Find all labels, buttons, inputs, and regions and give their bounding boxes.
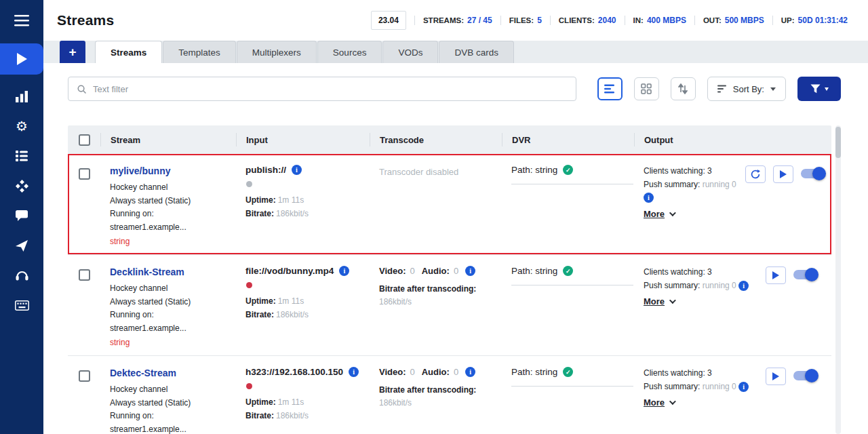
play-button[interactable] <box>773 165 793 183</box>
info-icon[interactable] <box>644 193 654 203</box>
tab-vods[interactable]: VODs <box>382 41 438 63</box>
add-stream-button[interactable] <box>60 41 85 63</box>
row-checkbox[interactable] <box>79 269 90 281</box>
stream-running-on: Running on: streamer1.example... <box>110 410 226 434</box>
more-link[interactable]: More <box>644 208 674 221</box>
row-checkbox[interactable] <box>79 370 90 382</box>
play-icon <box>780 170 787 178</box>
text-filter-input[interactable] <box>93 84 568 94</box>
dvr-path: Path: string <box>511 266 557 276</box>
sidebar-item-push[interactable] <box>0 231 43 260</box>
info-icon[interactable] <box>349 367 359 377</box>
stream-cell: Decklink-Stream Hockey channel Always st… <box>100 266 236 347</box>
sidebar-item-chat[interactable] <box>0 201 43 231</box>
bar-chart-icon <box>16 91 28 102</box>
more-link[interactable]: More <box>644 295 674 309</box>
top-bar: Streams 23.04 STREAMS:27 / 45 FILES:5 CL… <box>43 0 868 41</box>
grid-view-icon <box>641 83 652 94</box>
more-link[interactable]: More <box>644 396 674 410</box>
input-url: h323://192.168.100.150 <box>245 367 343 377</box>
enable-toggle[interactable] <box>793 270 816 279</box>
tab-multiplexers[interactable]: Multiplexers <box>237 41 317 63</box>
restart-button[interactable] <box>745 165 766 183</box>
info-icon[interactable] <box>738 382 749 392</box>
transcode-cell: Transcoder disabled <box>370 165 502 246</box>
sidebar-item-settings[interactable]: ⚙ <box>0 111 43 141</box>
play-button[interactable] <box>766 368 786 385</box>
column-header-input: Input <box>236 133 370 146</box>
gear-icon: ⚙ <box>16 119 28 133</box>
reorder-button[interactable] <box>671 77 696 100</box>
info-icon[interactable] <box>292 165 302 175</box>
tab-templates[interactable]: Templates <box>163 41 236 63</box>
tab-dvb-cards[interactable]: DVB cards <box>439 41 514 63</box>
sort-by-dropdown[interactable]: Sort By: <box>707 77 786 101</box>
column-header-transcode: Transcode <box>370 133 502 146</box>
clients-watching: Clients watching: 3 <box>644 266 764 279</box>
sidebar-item-keyboard[interactable] <box>0 290 43 320</box>
refresh-icon <box>750 169 761 180</box>
input-url: publish:// <box>245 165 286 175</box>
check-icon <box>563 266 573 276</box>
sidebar-item-streams-player[interactable] <box>0 43 43 75</box>
scrollbar-thumb[interactable] <box>835 127 841 158</box>
modules-icon <box>16 180 28 193</box>
tab-sources[interactable]: Sources <box>317 41 382 63</box>
tab-streams[interactable]: Streams <box>95 41 162 63</box>
dvr-path: Path: string <box>511 367 557 377</box>
swap-vertical-icon <box>678 83 688 94</box>
stream-name-link[interactable]: mylive/bunny <box>110 165 170 176</box>
dvr-cell: Path: string <box>502 367 634 434</box>
play-button[interactable] <box>766 267 786 284</box>
info-icon[interactable] <box>465 367 475 377</box>
enable-toggle[interactable] <box>801 169 824 178</box>
select-all-checkbox[interactable] <box>79 134 90 146</box>
info-icon[interactable] <box>465 266 475 276</box>
stat-clients: CLIENTS:2040 <box>550 16 625 25</box>
info-icon[interactable] <box>339 266 349 276</box>
sidebar-item-statistics[interactable] <box>0 81 43 111</box>
chevron-down-icon <box>669 210 676 216</box>
streams-table: Stream Input Transcode DVR Output mylive… <box>68 125 841 434</box>
sidebar-item-support[interactable] <box>0 260 43 290</box>
stream-name-link[interactable]: Decklink-Stream <box>110 267 184 277</box>
stream-description: Hockey channel <box>110 282 226 296</box>
output-cell: Clients watching: 3 Push summary: runnin… <box>634 367 831 434</box>
uptime-value: 1m 11s <box>278 296 304 306</box>
input-cell: h323://192.168.100.150 Uptime:1m 11s Bit… <box>236 367 370 434</box>
info-icon[interactable] <box>738 281 749 291</box>
page-title: Streams <box>57 12 114 28</box>
table-header-row: Stream Input Transcode DVR Output <box>68 125 831 154</box>
sidebar-item-channels[interactable] <box>0 141 43 171</box>
check-icon <box>563 367 573 377</box>
transcode-cell: Video:0 Audio:0 Bitrate after transcodin… <box>370 266 502 347</box>
clients-watching: Clients watching: 3 <box>644 165 745 178</box>
clients-watching: Clients watching: 3 <box>644 367 764 380</box>
chevron-down-icon <box>770 87 776 91</box>
bitrate-after-value: 186kbit/s <box>379 296 492 309</box>
play-icon <box>772 372 779 380</box>
enable-toggle[interactable] <box>793 371 816 380</box>
divider <box>511 386 633 387</box>
stat-streams: STREAMS:27 / 45 <box>414 16 500 25</box>
divider <box>511 285 633 285</box>
grid-view-button[interactable] <box>634 77 659 100</box>
list-icon <box>16 151 28 161</box>
play-icon <box>17 53 27 65</box>
row-checkbox[interactable] <box>79 168 90 180</box>
filter-button[interactable] <box>797 77 841 101</box>
sidebar-item-modules[interactable] <box>0 171 43 201</box>
bitrate-after-label: Bitrate after transcoding: <box>379 384 492 397</box>
sidebar: ⚙ <box>0 0 43 434</box>
bitrate-value: 186kbit/s <box>276 310 309 319</box>
divider <box>511 184 633 184</box>
dvr-cell: Path: string <box>502 266 634 347</box>
hamburger-menu-icon[interactable] <box>0 0 43 41</box>
stat-uptime: UP:50D 01:31:42 <box>772 16 856 25</box>
push-summary: Push summary: running 0 <box>644 279 764 293</box>
list-view-button[interactable] <box>597 77 623 100</box>
push-summary: Push summary: running 0 <box>644 178 745 205</box>
stream-name-link[interactable]: Dektec-Stream <box>110 368 176 378</box>
status-dot <box>246 383 252 389</box>
main-panel: Streams 23.04 STREAMS:27 / 45 FILES:5 CL… <box>43 0 868 434</box>
